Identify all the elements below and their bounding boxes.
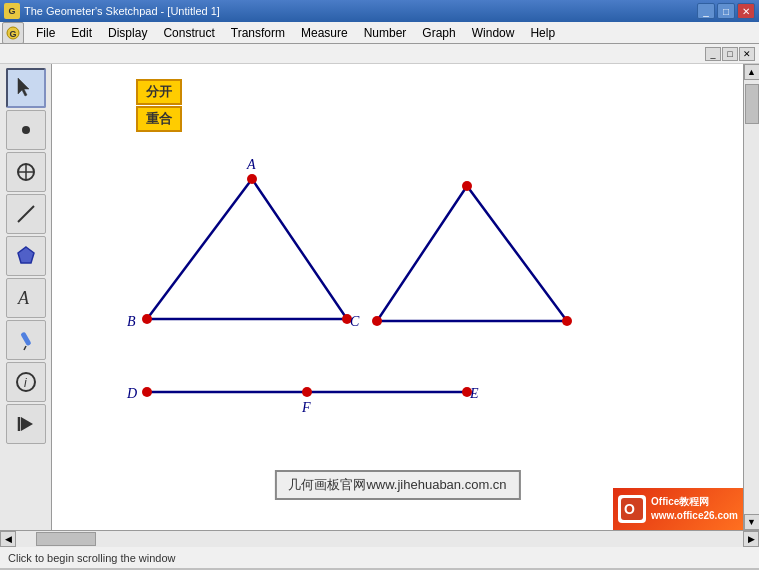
menu-window[interactable]: Window [464,22,523,43]
compass-tool[interactable] [6,152,46,192]
office-badge: O Office教程网 www.office26.com [613,488,743,530]
scroll-left-btn[interactable]: ◀ [0,531,16,547]
scroll-up-btn[interactable]: ▲ [744,64,760,80]
marker-tool[interactable] [6,320,46,360]
svg-point-23 [372,316,382,326]
svg-line-7 [18,206,34,222]
svg-text:B: B [127,314,136,329]
scroll-thumb-horizontal[interactable] [36,532,96,546]
scroll-thumb-vertical[interactable] [745,84,759,124]
scroll-track-horizontal[interactable] [16,531,743,547]
inner-minimize[interactable]: _ [705,47,721,61]
menu-help[interactable]: Help [522,22,563,43]
office-logo-icon: O [618,495,646,523]
menu-edit[interactable]: Edit [63,22,100,43]
select-tool[interactable] [6,68,46,108]
menu-number[interactable]: Number [356,22,415,43]
svg-text:D: D [126,386,137,401]
svg-text:F: F [301,400,311,415]
line-tool[interactable] [6,194,46,234]
inner-controls: _ □ ✕ [0,44,759,64]
menu-bar: G File Edit Display Construct Transform … [0,22,759,44]
inner-close[interactable]: ✕ [739,47,755,61]
svg-point-25 [142,387,152,397]
status-text: Click to begin scrolling the window [8,552,176,564]
svg-point-20 [142,314,152,324]
app-icon: G [4,3,20,19]
window-controls[interactable]: _ □ ✕ [697,3,755,19]
polygon-tool[interactable] [6,236,46,276]
point-tool[interactable] [6,110,46,150]
svg-marker-16 [147,179,347,319]
svg-marker-2 [18,78,29,96]
title-text: The Geometer's Sketchpad - [Untitled 1] [24,5,697,17]
svg-marker-17 [377,186,567,321]
svg-marker-14 [21,417,33,431]
info-tool[interactable]: i [6,362,46,402]
svg-point-27 [302,387,312,397]
scroll-right-btn[interactable]: ▶ [743,531,759,547]
app-menu-btn[interactable]: G [2,22,24,44]
watermark: 几何画板官网www.jihehuaban.com.cn [274,470,520,500]
svg-point-24 [562,316,572,326]
svg-text:A: A [246,157,256,172]
svg-text:G: G [9,29,16,39]
text-tool[interactable]: A [6,278,46,318]
menu-measure[interactable]: Measure [293,22,356,43]
svg-text:O: O [624,501,635,517]
title-bar: G The Geometer's Sketchpad - [Untitled 1… [0,0,759,22]
scroll-track-vertical[interactable] [744,80,760,514]
svg-line-11 [24,346,26,350]
svg-text:A: A [17,288,30,308]
inner-restore[interactable]: □ [722,47,738,61]
main-area: A i 分开 重合 [0,64,759,530]
menu-display[interactable]: Display [100,22,155,43]
svg-text:E: E [469,386,479,401]
scroll-down-btn[interactable]: ▼ [744,514,760,530]
maximize-btn[interactable]: □ [717,3,735,19]
menu-construct[interactable]: Construct [155,22,222,43]
svg-text:C: C [350,314,360,329]
play-tool[interactable] [6,404,46,444]
svg-rect-10 [20,332,31,347]
svg-point-3 [22,126,30,134]
menu-graph[interactable]: Graph [414,22,463,43]
toolbar: A i [0,64,52,530]
minimize-btn[interactable]: _ [697,3,715,19]
close-btn[interactable]: ✕ [737,3,755,19]
office-badge-text: Office教程网 www.office26.com [651,495,738,523]
menu-transform[interactable]: Transform [223,22,293,43]
menu-file[interactable]: File [28,22,63,43]
status-bar: Click to begin scrolling the window [0,546,759,568]
svg-text:i: i [24,376,27,390]
svg-point-22 [462,181,472,191]
svg-point-19 [247,174,257,184]
svg-marker-8 [18,247,34,263]
scrollbar-vertical[interactable]: ▲ ▼ [743,64,759,530]
canvas: 分开 重合 A B C [52,64,743,530]
scrollbar-horizontal[interactable]: ◀ ▶ [0,530,759,546]
